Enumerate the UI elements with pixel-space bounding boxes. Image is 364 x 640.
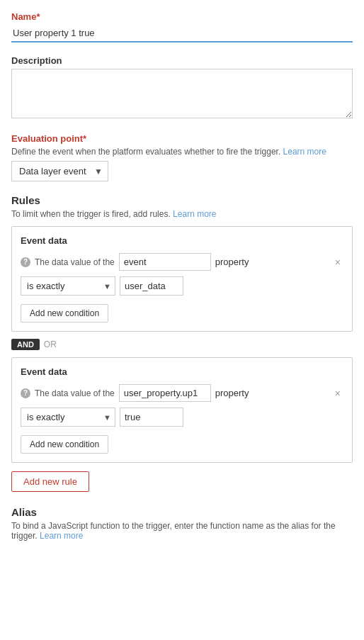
description-label: Description	[11, 55, 353, 66]
and-badge[interactable]: AND	[11, 339, 40, 350]
evaluation-section: Evaluation point* Define the event when …	[11, 133, 353, 181]
alias-section: Alias To bind a JavaScript function to t…	[11, 506, 353, 541]
name-section: Name*	[11, 11, 353, 43]
alias-learn-more-link[interactable]: Learn more	[40, 531, 83, 541]
event-data-block-1: Event data ? The data value of the prope…	[11, 226, 353, 332]
evaluation-select[interactable]: Data layer event	[11, 161, 108, 181]
or-label[interactable]: OR	[44, 339, 57, 349]
value-input-2[interactable]	[120, 408, 183, 427]
value-input-1[interactable]	[120, 276, 183, 296]
operator-select-wrapper-2: is exactly contains starts with ends wit…	[21, 408, 115, 427]
rules-learn-more-link[interactable]: Learn more	[173, 209, 216, 219]
close-condition-btn-1[interactable]: ×	[332, 257, 343, 268]
event-data-block-2: Event data ? The data value of the prope…	[11, 357, 353, 463]
condition-suffix-1: property	[215, 257, 249, 267]
property-input-2[interactable]	[119, 384, 211, 402]
evaluation-select-wrapper: Data layer event ▼	[11, 161, 108, 181]
evaluation-help-text: Define the event when the platform evalu…	[11, 147, 353, 157]
evaluation-learn-more-link[interactable]: Learn more	[283, 147, 326, 157]
condition-row-2: ? The data value of the property ×	[21, 384, 343, 402]
alias-help-text: To bind a JavaScript function to the tri…	[11, 521, 353, 541]
condition-prefix-1: The data value of the	[35, 257, 115, 267]
info-icon-1[interactable]: ?	[21, 257, 30, 267]
alias-title: Alias	[11, 506, 353, 518]
rules-title: Rules	[11, 194, 353, 206]
condition-row-1: ? The data value of the property ×	[21, 253, 343, 271]
condition-operator-row-1: is exactly contains starts with ends wit…	[21, 276, 343, 296]
name-label: Name*	[11, 11, 353, 22]
event-data-title-2: Event data	[21, 366, 343, 377]
property-input-1[interactable]	[119, 253, 211, 271]
event-data-title-1: Event data	[21, 235, 343, 246]
operator-select-1[interactable]: is exactly contains starts with ends wit…	[21, 276, 115, 296]
info-icon-2[interactable]: ?	[21, 388, 30, 398]
add-condition-btn-1[interactable]: Add new condition	[21, 304, 108, 322]
condition-prefix-2: The data value of the	[35, 388, 115, 398]
condition-suffix-2: property	[215, 388, 249, 398]
rules-section: Rules To limit when the trigger is fired…	[11, 194, 353, 492]
rules-help-text: To limit when the trigger is fired, add …	[11, 209, 353, 219]
evaluation-label: Evaluation point*	[11, 133, 353, 144]
and-or-row: AND OR	[11, 339, 353, 350]
condition-operator-row-2: is exactly contains starts with ends wit…	[21, 408, 343, 427]
add-condition-btn-2[interactable]: Add new condition	[21, 435, 108, 454]
name-input[interactable]	[11, 25, 353, 43]
add-new-rule-btn[interactable]: Add new rule	[11, 471, 89, 492]
operator-select-wrapper-1: is exactly contains starts with ends wit…	[21, 276, 115, 296]
description-section: Description	[11, 55, 353, 120]
close-condition-btn-2[interactable]: ×	[332, 388, 343, 399]
description-input[interactable]	[11, 69, 353, 118]
operator-select-2[interactable]: is exactly contains starts with ends wit…	[21, 408, 115, 427]
